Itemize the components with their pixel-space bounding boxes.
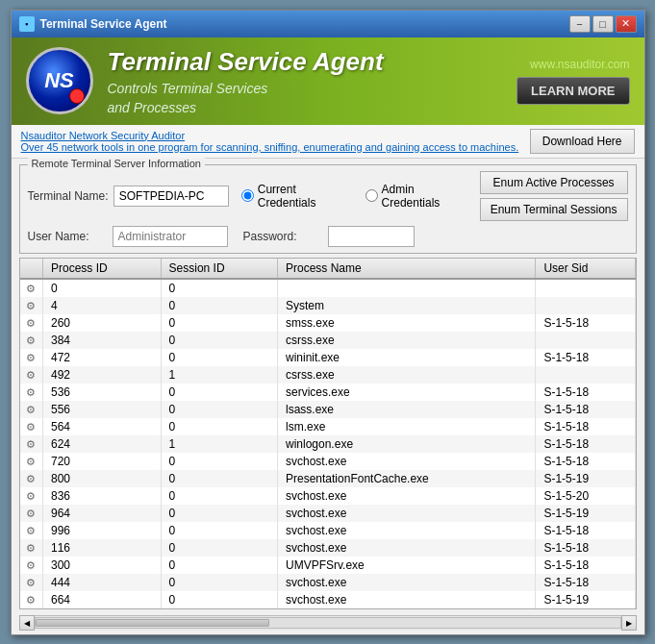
nsauditor-link[interactable]: Nsauditor Network Security Auditor [21,130,519,141]
enum-sessions-button[interactable]: Enum Terminal Sessions [480,198,628,221]
window-title: Terminal Service Agent [40,17,167,31]
row-icon: ⚙ [20,384,43,401]
admin-credentials-radio[interactable]: Admin Credentials [365,183,472,210]
row-process-name: csrss.exe [278,332,536,349]
row-process-name: svchost.exe [278,574,536,591]
process-table-container: Process ID Session ID Process Name User … [19,258,637,609]
table-row[interactable]: ⚙9640svchost.exeS-1-5-19 [20,505,636,522]
scroll-track[interactable] [35,617,621,629]
col-sid: Session ID [161,259,277,279]
row-icon: ⚙ [20,279,43,297]
terminal-name-input[interactable] [113,186,229,207]
row-pid: 800 [43,470,162,487]
process-table-body: ⚙00⚙40System⚙2600smss.exeS-1-5-18⚙3840cs… [20,279,636,608]
username-input[interactable] [113,226,228,247]
row-pid: 664 [43,591,162,608]
scroll-thumb[interactable] [36,619,269,627]
row-pid: 4 [43,297,162,314]
row-user-sid [536,366,635,384]
table-row[interactable]: ⚙5560lsass.exeS-1-5-18 [20,401,636,418]
links-left: Nsauditor Network Security Auditor Over … [21,130,519,153]
banner-url: www.nsauditor.com [530,58,629,71]
row-user-sid: S-1-5-20 [536,487,635,505]
table-row[interactable]: ⚙40System [20,297,636,314]
credentials-radio-group: Current Credentials Admin Credentials [241,183,472,210]
table-row[interactable]: ⚙8000PresentationFontCache.exeS-1-5-19 [20,470,636,487]
row-sid: 0 [161,591,277,608]
banner-right: www.nsauditor.com LEARN MORE [516,58,629,105]
current-credentials-radio[interactable]: Current Credentials [241,183,354,210]
table-row[interactable]: ⚙7200svchost.exeS-1-5-18 [20,453,636,470]
learn-more-button[interactable]: LEARN MORE [516,77,629,105]
row-icon: ⚙ [20,539,43,557]
row-icon: ⚙ [20,574,43,591]
table-row[interactable]: ⚙5360services.exeS-1-5-18 [20,384,636,401]
maximize-button[interactable]: □ [592,15,614,33]
row-user-sid: S-1-5-19 [536,591,635,608]
row-sid: 0 [161,453,277,470]
table-scroll[interactable]: Process ID Session ID Process Name User … [20,259,636,608]
title-bar: ▪ Terminal Service Agent − □ ✕ [12,11,644,37]
row-sid: 0 [161,401,277,418]
password-label: Password: [243,230,320,243]
row-user-sid: S-1-5-19 [536,470,635,487]
row-icon: ⚙ [20,314,43,332]
row-icon: ⚙ [20,418,43,435]
row-pid: 0 [43,279,162,297]
row-icon: ⚙ [20,557,43,574]
table-row[interactable]: ⚙8360svchost.exeS-1-5-20 [20,487,636,505]
row-user-sid: S-1-5-18 [536,574,635,591]
row-pid: 624 [43,435,162,453]
table-row[interactable]: ⚙4440svchost.exeS-1-5-18 [20,574,636,591]
row-user-sid [536,332,635,349]
row-process-name: winlogon.exe [278,435,536,453]
row-pid: 260 [43,314,162,332]
table-row[interactable]: ⚙1160svchost.exeS-1-5-18 [20,539,636,557]
horizontal-scrollbar[interactable]: ◀ ▶ [19,615,637,631]
row-icon: ⚙ [20,366,43,384]
top-links-bar: Nsauditor Network Security Auditor Over … [12,125,644,159]
row-user-sid: S-1-5-18 [536,522,635,539]
row-user-sid: S-1-5-18 [536,539,635,557]
row-pid: 564 [43,418,162,435]
table-row[interactable]: ⚙3840csrss.exe [20,332,636,349]
current-credentials-label: Current Credentials [258,183,354,210]
table-row[interactable]: ⚙2600smss.exeS-1-5-18 [20,314,636,332]
table-row[interactable]: ⚙5640lsm.exeS-1-5-18 [20,418,636,435]
table-row[interactable]: ⚙9960svchost.exeS-1-5-18 [20,522,636,539]
close-button[interactable]: ✕ [616,15,637,33]
table-row[interactable]: ⚙00 [20,279,636,297]
row-pid: 300 [43,557,162,574]
row-process-name: lsass.exe [278,401,536,418]
row-process-name: svchost.exe [278,522,536,539]
row-user-sid: S-1-5-18 [536,418,635,435]
table-row[interactable]: ⚙3000UMVPFSrv.exeS-1-5-18 [20,557,636,574]
row-user-sid: S-1-5-18 [536,453,635,470]
username-label: User Name: [28,230,105,243]
row-process-name: lsm.exe [278,418,536,435]
enum-processes-button[interactable]: Enum Active Processes [480,171,628,194]
action-buttons: Enum Active Processes Enum Terminal Sess… [480,171,628,221]
row-sid: 0 [161,470,277,487]
row-sid: 0 [161,557,277,574]
table-row[interactable]: ⚙6241winlogon.exeS-1-5-18 [20,435,636,453]
row-user-sid: S-1-5-18 [536,435,635,453]
password-input[interactable] [328,226,415,247]
banner-subtitle-2: and Processes [108,100,503,115]
scroll-right-arrow[interactable]: ▶ [621,615,637,631]
download-button[interactable]: Download Here [530,129,635,154]
row-icon: ⚙ [20,297,43,314]
row-pid: 384 [43,332,162,349]
table-row[interactable]: ⚙6640svchost.exeS-1-5-19 [20,591,636,608]
app-icon: ▪ [19,16,35,32]
table-row[interactable]: ⚙4921csrss.exe [20,366,636,384]
row-sid: 0 [161,539,277,557]
scroll-left-arrow[interactable]: ◀ [19,615,35,631]
table-row[interactable]: ⚙4720wininit.exeS-1-5-18 [20,349,636,366]
row-sid: 0 [161,279,277,297]
logo-text: NS [44,68,74,93]
minimize-button[interactable]: − [569,15,591,33]
tools-description-link[interactable]: Over 45 network tools in one program for… [21,141,519,153]
row-process-name: smss.exe [278,314,536,332]
row-sid: 0 [161,314,277,332]
